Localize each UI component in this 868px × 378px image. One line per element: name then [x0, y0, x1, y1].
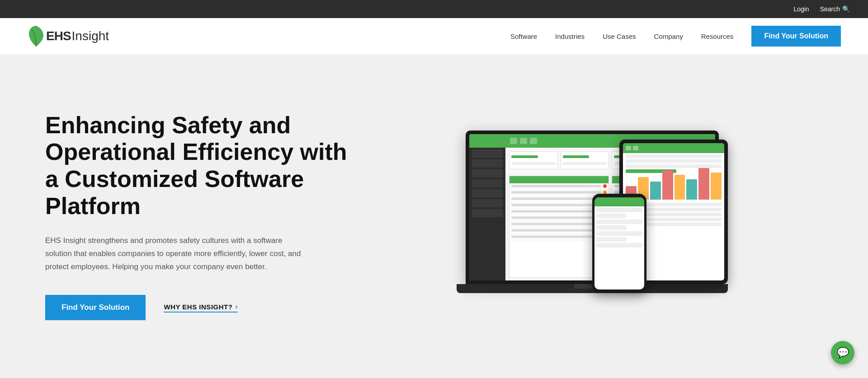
phone-row [596, 225, 626, 230]
login-link[interactable]: Login [793, 5, 809, 13]
phone-row [596, 219, 642, 224]
table-header [509, 176, 609, 183]
hero-description: EHS Insight strengthens and promotes saf… [45, 234, 307, 274]
header-element [530, 138, 537, 144]
sidebar-item [472, 169, 503, 177]
header-element [626, 146, 631, 150]
phone-screen [594, 197, 644, 289]
table-row [509, 190, 609, 196]
nav-company[interactable]: Company [654, 33, 683, 40]
search-button[interactable]: Search 🔍 [820, 5, 850, 13]
search-icon: 🔍 [842, 5, 850, 13]
logo-ehs: EHS [46, 29, 71, 43]
hero-cta-button[interactable]: Find Your Solution [45, 295, 146, 320]
chart-bar [698, 168, 709, 200]
chart-bar [650, 182, 661, 200]
why-ehs-link[interactable]: WHY EHS INSIGHT? › [164, 303, 238, 313]
table-cell [511, 197, 601, 200]
stat-label [563, 162, 607, 165]
table-cell [511, 216, 601, 219]
tablet-row [626, 164, 722, 168]
stat-value [511, 155, 538, 158]
tablet-row [626, 159, 722, 163]
header-element [510, 138, 517, 144]
stat-card [509, 151, 558, 169]
hero-section: Enhancing Safety and Operational Efficie… [0, 54, 868, 378]
phone-row [596, 208, 642, 212]
why-ehs-label: WHY EHS INSIGHT? [164, 303, 232, 311]
table-cell [511, 223, 601, 225]
tablet-header [623, 143, 724, 153]
sidebar-header [469, 134, 505, 148]
sidebar-item [472, 209, 503, 217]
chat-button[interactable]: 💬 [831, 341, 854, 364]
nav-cta-button[interactable]: Find Your Solution [751, 26, 841, 47]
tablet-row [626, 154, 722, 158]
hero-title: Enhancing Safety and Operational Efficie… [45, 112, 362, 220]
logo-insight: Insight [72, 29, 109, 43]
chart-bar [662, 170, 673, 200]
phone-row [596, 243, 642, 247]
nav-software[interactable]: Software [510, 33, 537, 40]
hero-buttons: Find Your Solution WHY EHS INSIGHT? › [45, 295, 362, 320]
sidebar-item [472, 159, 503, 168]
chart-bar [711, 173, 722, 200]
table-row [509, 183, 609, 190]
table-cell [511, 229, 601, 232]
nav-use-cases[interactable]: Use Cases [603, 33, 636, 40]
phone-row [596, 231, 642, 236]
chat-icon: 💬 [837, 347, 849, 359]
phone-row [596, 214, 626, 218]
search-label: Search [820, 5, 840, 13]
header-element [633, 146, 638, 150]
sidebar-item [472, 179, 503, 187]
table-cell [511, 235, 601, 238]
header-element [520, 138, 527, 144]
nav-links: Software Industries Use Cases Company Re… [510, 26, 841, 47]
stat-value [563, 155, 590, 158]
top-bar: Login Search 🔍 [0, 0, 868, 18]
table-cell [511, 191, 601, 194]
sidebar-item [472, 149, 503, 158]
stat-card [561, 151, 609, 169]
chart-bar [675, 175, 685, 200]
hero-left-content: Enhancing Safety and Operational Efficie… [45, 112, 362, 321]
table-cell [511, 185, 601, 187]
table-cell [511, 204, 601, 206]
navbar: EHS Insight Software Industries Use Case… [0, 18, 868, 54]
table-cell [511, 210, 601, 213]
sidebar-item [472, 199, 503, 207]
nav-industries[interactable]: Industries [555, 33, 585, 40]
phone-header [594, 197, 644, 206]
phone-row [596, 237, 626, 242]
hero-devices-visual [362, 103, 823, 329]
chart-bar [686, 179, 697, 200]
sidebar-item [472, 189, 503, 197]
nav-resources[interactable]: Resources [701, 33, 734, 40]
stat-label [511, 162, 556, 165]
phone-mockup [592, 194, 646, 293]
logo[interactable]: EHS Insight [27, 25, 109, 47]
status-dot [603, 184, 607, 188]
dashboard-sidebar [469, 134, 505, 280]
leaf-icon [27, 25, 45, 47]
chevron-right-icon: › [235, 303, 238, 311]
